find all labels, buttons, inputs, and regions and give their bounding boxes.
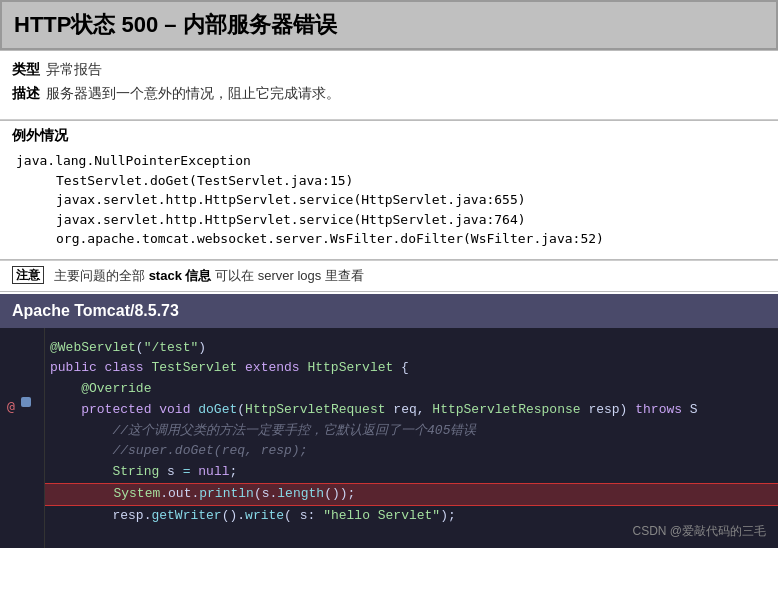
desc-value: 服务器遇到一个意外的情况，阻止它完成请求。 xyxy=(46,85,340,103)
gutter-line-3 xyxy=(5,376,39,395)
code-line-class: public class TestServlet extends HttpSer… xyxy=(50,358,768,379)
stack-line-4: javax.servlet.http.HttpServlet.service(H… xyxy=(16,210,766,230)
note-section: 注意 主要问题的全部 stack 信息 可以在 server logs 里查看 xyxy=(0,260,778,291)
code-line-highlight: System.out.println(s.length()); xyxy=(0,483,778,506)
gutter-line-2 xyxy=(5,357,39,376)
tomcat-header: Apache Tomcat/8.5.73 xyxy=(0,294,778,328)
code-line-annotation: @WebServlet("/test") xyxy=(50,338,768,359)
type-value: 异常报告 xyxy=(46,61,102,79)
stack-line-5: org.apache.tomcat.websocket.server.WsFil… xyxy=(16,229,766,249)
code-line-comment2: //super.doGet(req, resp); xyxy=(50,441,768,462)
watermark: CSDN @爱敲代码的三毛 xyxy=(632,523,766,540)
gutter-line-1 xyxy=(5,338,39,357)
stack-line-1: java.lang.NullPointerException xyxy=(16,151,766,171)
gutter-line-7 xyxy=(5,433,39,452)
gutter-line-5 xyxy=(5,395,39,414)
note-highlight: stack 信息 xyxy=(149,268,212,283)
gutter-line-9 xyxy=(5,472,39,491)
type-row: 类型 异常报告 xyxy=(12,61,766,79)
type-label: 类型 xyxy=(12,61,40,79)
info-section: 类型 异常报告 描述 服务器遇到一个意外的情况，阻止它完成请求。 xyxy=(0,51,778,120)
code-line-override: @Override xyxy=(50,379,768,400)
desc-label: 描述 xyxy=(12,85,40,103)
code-line-method: protected void doGet(HttpServletRequest … xyxy=(50,400,768,421)
code-content: @WebServlet("/test") public class TestSe… xyxy=(0,328,778,537)
gutter-line-6 xyxy=(5,414,39,433)
code-section: @ @WebServlet("/test") public class Test… xyxy=(0,328,778,548)
note-text: 主要问题的全部 stack 信息 可以在 server logs 里查看 xyxy=(54,267,364,285)
gutter-line-8 xyxy=(5,453,39,472)
stack-line-3: javax.servlet.http.HttpServlet.service(H… xyxy=(16,190,766,210)
note-prefix: 注意 xyxy=(12,267,44,284)
code-line-string-null: String s = null; xyxy=(50,462,768,483)
code-gutter: @ xyxy=(0,328,45,548)
exception-section: 例外情况 java.lang.NullPointerException Test… xyxy=(0,121,778,259)
page-title: HTTP状态 500 – 内部服务器错误 xyxy=(14,12,337,37)
code-line-comment1: //这个调用父类的方法一定要手控，它默认返回了一个405错误 xyxy=(50,421,768,442)
exception-title: 例外情况 xyxy=(12,127,766,145)
exception-stack: java.lang.NullPointerException TestServl… xyxy=(12,151,766,249)
desc-row: 描述 服务器遇到一个意外的情况，阻止它完成请求。 xyxy=(12,85,766,103)
tomcat-title: Apache Tomcat/8.5.73 xyxy=(12,302,179,319)
error-header: HTTP状态 500 – 内部服务器错误 xyxy=(0,0,778,50)
stack-line-2: TestServlet.doGet(TestServlet.java:15) xyxy=(16,171,766,191)
